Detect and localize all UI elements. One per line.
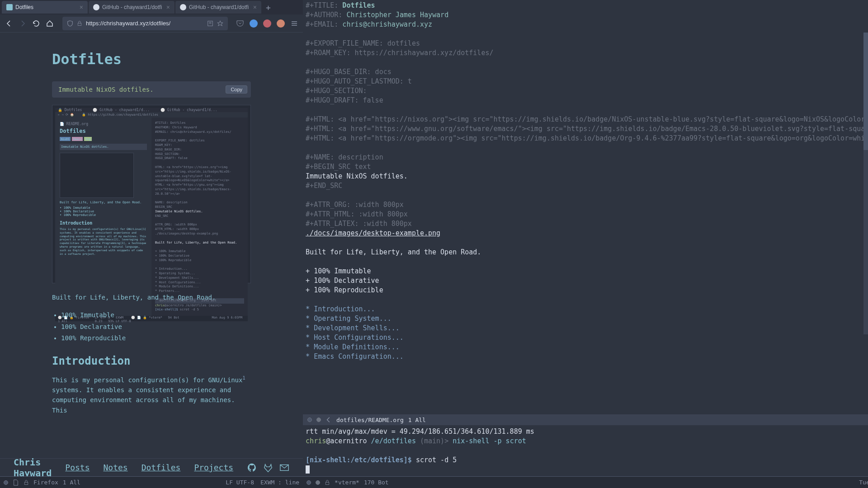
file-icon bbox=[13, 479, 19, 486]
github-icon bbox=[180, 4, 186, 10]
extension-icon[interactable] bbox=[277, 19, 285, 28]
page-title: Dotfiles bbox=[52, 51, 251, 68]
reload-icon[interactable] bbox=[32, 19, 41, 28]
intro-paragraph: This is my personal configuration(s) for… bbox=[52, 375, 251, 415]
terminal-output: rtt min/avg/max/mdev = 49.294/186.651/36… bbox=[306, 427, 868, 436]
url-text: https://chrishayward.xyz/dotfiles/ bbox=[86, 20, 170, 27]
left-modeline: Firefox 1 All LF UTF-8 EXWM : line bbox=[0, 476, 303, 488]
new-tab-button[interactable]: + bbox=[262, 3, 274, 12]
mode-indicator: EXWM : line bbox=[260, 479, 299, 486]
code-text: Immutable NixOS dotfiles. bbox=[58, 86, 154, 93]
close-icon[interactable]: × bbox=[253, 4, 257, 11]
modified-indicator-icon bbox=[316, 480, 320, 485]
site-name[interactable]: Chris Hayward bbox=[14, 457, 52, 479]
nav-posts[interactable]: Posts bbox=[65, 463, 90, 472]
terminal-modeline: *vterm* 170 Bot Tue Aug 10 9:45AM 0.31 1… bbox=[303, 476, 868, 488]
lock-icon bbox=[24, 480, 29, 485]
state-indicator-icon bbox=[4, 480, 8, 485]
terminal-buffer[interactable]: rtt min/avg/max/mdev = 49.294/186.651/36… bbox=[303, 425, 868, 476]
intro-heading: Introduction bbox=[52, 355, 251, 367]
code-block: Immutable NixOS dotfiles. Copy bbox=[52, 81, 251, 98]
browser-toolbar: https://chrishayward.xyz/dotfiles/ bbox=[0, 14, 303, 33]
position-indicator: 1 All bbox=[63, 479, 80, 486]
scrollbar[interactable] bbox=[863, 33, 868, 334]
position-indicator: 1 All bbox=[408, 417, 426, 423]
tab-label: Dotfiles bbox=[15, 4, 33, 10]
nav-dotfiles[interactable]: Dotfiles bbox=[142, 463, 181, 472]
pocket-icon[interactable] bbox=[236, 19, 244, 28]
gitlab-icon[interactable] bbox=[263, 463, 273, 473]
lock-icon bbox=[77, 21, 82, 26]
browser-tabs-bar: Dotfiles × GitHub - chayward1/dotfi × Gi… bbox=[0, 0, 303, 14]
list-item: 100% Declarative bbox=[61, 321, 251, 333]
file-path: dotfiles/README.org bbox=[336, 417, 404, 423]
position-indicator: 170 Bot bbox=[364, 479, 389, 486]
menu-icon[interactable] bbox=[290, 19, 298, 28]
close-icon[interactable]: × bbox=[80, 4, 83, 11]
ublock-icon[interactable] bbox=[263, 19, 271, 28]
page-content[interactable]: Dotfiles Immutable NixOS dotfiles. Copy … bbox=[0, 33, 303, 458]
site-nav: Chris Hayward Posts Notes Dotfiles Proje… bbox=[0, 458, 303, 476]
editor-buffer[interactable]: #+TITLE: Dotfiles #+AUTHOR: Christopher … bbox=[303, 0, 868, 414]
svg-rect-8 bbox=[24, 482, 28, 484]
back-icon[interactable] bbox=[5, 19, 14, 28]
list-item: 100% Reproducible bbox=[61, 333, 251, 344]
favicon-icon bbox=[6, 4, 13, 10]
shield-icon bbox=[67, 20, 73, 27]
bookmark-icon[interactable] bbox=[217, 20, 223, 27]
nav-projects[interactable]: Projects bbox=[194, 463, 233, 472]
terminal-prompt-line: [nix-shell:/etc/dotfiles]$ scrot -d 5 bbox=[306, 455, 868, 465]
svg-rect-9 bbox=[326, 482, 329, 484]
lock-icon bbox=[325, 480, 330, 485]
forward-icon[interactable] bbox=[18, 19, 27, 28]
close-icon[interactable]: × bbox=[166, 4, 170, 11]
desktop-screenshot-image: 🔒 Dotfiles⚪ GitHub - chayward1/d...⚪ Git… bbox=[52, 105, 251, 283]
buffer-name: *vterm* bbox=[335, 479, 359, 486]
state-indicator-icon bbox=[307, 418, 312, 422]
buffer-name: Firefox bbox=[33, 479, 58, 486]
copy-button[interactable]: Copy bbox=[226, 85, 247, 94]
github-icon bbox=[93, 4, 99, 10]
tab-github-1[interactable]: GitHub - chayward1/dotfi × bbox=[89, 1, 175, 14]
editor-modeline: dotfiles/README.org 1 All LF UTF-8 Org ⎇… bbox=[303, 414, 868, 425]
tab-label: GitHub - chayward1/dotfi bbox=[102, 4, 162, 10]
home-icon[interactable] bbox=[45, 19, 54, 28]
svg-rect-0 bbox=[78, 23, 81, 25]
save-icon bbox=[326, 417, 332, 423]
state-indicator-icon bbox=[307, 480, 311, 485]
tab-label: GitHub - chayward1/dotfi bbox=[189, 4, 249, 10]
nav-notes[interactable]: Notes bbox=[103, 463, 127, 472]
encoding-indicator: LF UTF-8 bbox=[226, 479, 254, 486]
datetime-indicator: Tue Aug 10 9:45AM 0.31 bbox=[859, 479, 868, 486]
github-icon[interactable] bbox=[247, 463, 257, 473]
modified-indicator-icon bbox=[316, 418, 321, 422]
email-icon[interactable] bbox=[279, 463, 289, 473]
tab-github-2[interactable]: GitHub - chayward1/dotfi × bbox=[175, 1, 261, 14]
url-bar[interactable]: https://chrishayward.xyz/dotfiles/ bbox=[62, 17, 228, 30]
reader-icon[interactable] bbox=[207, 20, 213, 27]
tab-dotfiles[interactable]: Dotfiles × bbox=[2, 1, 88, 14]
extension-icon[interactable] bbox=[250, 19, 258, 28]
terminal-prompt-line: chris@acernitro /e/dotfiles (main)> nix-… bbox=[306, 436, 868, 446]
